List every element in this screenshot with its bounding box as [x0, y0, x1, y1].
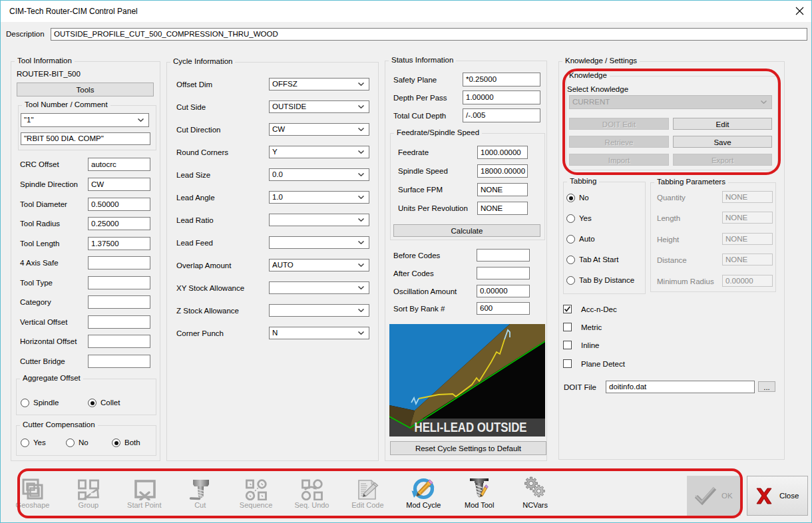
tool-field-input-1[interactable]: CW [88, 178, 150, 191]
toolbar-button-mod-cycle[interactable]: Mod Cycle [395, 476, 451, 514]
tabbing-tab-by-distance-radio[interactable] [566, 276, 575, 285]
metric-checkbox[interactable] [563, 323, 572, 331]
save-button[interactable]: Save [673, 136, 772, 148]
doit-edit-button[interactable]: DOIT Edit [569, 118, 669, 130]
acc-n-dec-checkbox[interactable] [563, 305, 572, 313]
doit-file-input[interactable]: doitinfo.dat [606, 381, 755, 393]
cycle-field-label-3: Round Corners [176, 148, 228, 157]
tool-field-input-5[interactable] [88, 256, 150, 269]
calculate-button[interactable]: Calculate [393, 224, 540, 237]
feedrate-field-input-2[interactable]: NONE [477, 183, 528, 196]
cycle-field-combo-1[interactable]: OUTSIDE [269, 100, 369, 113]
feedrate-field-input-1[interactable]: 18000.00000 [477, 164, 528, 178]
feedrate-field-input-3[interactable]: NONE [477, 202, 528, 215]
status-field-input-0[interactable]: *0.25000 [463, 73, 540, 87]
tool-field-input-3[interactable]: 0.25000 [88, 217, 150, 230]
status-field-input-1[interactable]: 1.00000 [463, 90, 540, 104]
cycle-field-combo-11[interactable]: N [269, 327, 369, 339]
close-button[interactable]: Close [747, 476, 808, 516]
cycle-field-combo-10[interactable] [269, 304, 369, 317]
toolbar-button-cut[interactable]: Cut [172, 476, 228, 514]
status2-field-input-0[interactable] [477, 249, 530, 262]
cycle-field-combo-8[interactable]: AUTO [269, 259, 369, 271]
cutter-compensation-group-title: Cutter Compensation [20, 421, 98, 429]
ok-button[interactable]: OK [687, 476, 741, 516]
toolbar-label-geoshape: Geoshape [5, 501, 61, 509]
toolbar-button-sequence[interactable]: Sequence [228, 476, 284, 514]
select-knowledge-combo[interactable]: CURRENT [569, 95, 772, 109]
status2-field-input-3[interactable]: 600 [477, 302, 530, 315]
tabbing-tab-at-start-radio[interactable] [566, 256, 575, 264]
compensation-no-radio[interactable] [66, 438, 75, 447]
doit-browse-button[interactable]: ... [758, 381, 775, 392]
retrieve-button[interactable]: Retrieve [569, 136, 669, 148]
window-close-icon[interactable] [795, 7, 805, 16]
status2-field-input-2[interactable]: 0.00000 [477, 285, 530, 297]
compensation-yes-radio[interactable] [21, 438, 29, 447]
tools-button[interactable]: Tools [17, 83, 154, 96]
description-input[interactable]: OUTSIDE_PROFILE_CUT_500_COMPRESSION_THRU… [51, 28, 807, 41]
tool-field-input-10[interactable] [88, 355, 150, 368]
toolbar-button-mod-tool[interactable]: Mod Tool [451, 476, 507, 514]
chevron-down-icon [761, 100, 767, 104]
tool-field-input-4[interactable]: 1.37500 [88, 237, 150, 250]
chevron-down-icon [358, 83, 364, 86]
status2-field-input-1[interactable] [477, 267, 530, 279]
cycle-field-combo-2[interactable]: CW [269, 123, 369, 136]
tool-field-input-9[interactable] [88, 335, 150, 348]
toolbar-button-start-point[interactable]: Start Point [116, 476, 172, 514]
cycle-field-combo-5[interactable]: 1.0 [269, 191, 369, 204]
tool-number-combo[interactable]: "1" [21, 113, 149, 127]
tabbing-param-input-0[interactable]: NONE [722, 191, 773, 203]
inline-checkbox[interactable] [563, 341, 572, 349]
toolbar-label-sequence: Sequence [228, 501, 284, 509]
tool-field-input-2[interactable]: 0.50000 [88, 198, 150, 211]
toolbar-button-ncvars[interactable]: NCVars [507, 476, 563, 514]
tabbing-param-input-1[interactable]: NONE [722, 212, 773, 224]
tabbing-auto-radio[interactable] [566, 235, 575, 244]
toolbar-button-edit-code[interactable]: Edit Code [339, 476, 395, 514]
cycle-field-combo-3[interactable]: Y [269, 146, 369, 158]
chevron-down-icon [358, 196, 364, 199]
toolbar-button-group[interactable]: Group [61, 476, 116, 514]
tool-field-input-6[interactable] [88, 276, 150, 289]
compensation-yes-radio-label: Yes [33, 438, 46, 447]
cycle-preview-image: HELI-LEAD OUTSIDE [389, 324, 545, 436]
aggregate-collet-radio[interactable] [88, 399, 97, 407]
cycle-field-combo-0[interactable]: OFFSZ [269, 78, 369, 90]
cycle-field-label-10: Z Stock Allowance [176, 306, 239, 315]
tool-name: ROUTER-BIT_500 [17, 69, 81, 79]
export-button[interactable]: Export [673, 154, 772, 166]
tool-field-label-1: Spindle Direction [20, 180, 78, 189]
tabbing-param-input-2[interactable]: NONE [722, 233, 773, 245]
reset-cycle-button[interactable]: Reset Cycle Settings to Default [390, 441, 546, 455]
feedrate-field-input-0[interactable]: 1000.00000 [477, 146, 528, 159]
toolbar-label-start-point: Start Point [116, 501, 172, 509]
import-button[interactable]: Import [569, 154, 669, 166]
toolbar-button-seq-undo[interactable]: Seq. Undo [284, 476, 340, 514]
tool-field-input-0[interactable]: autocrc [88, 158, 150, 171]
tool-field-input-8[interactable] [88, 315, 150, 329]
tool-field-label-5: 4 Axis Safe [20, 258, 59, 267]
tabbing-yes-radio[interactable] [566, 214, 575, 223]
tabbing-no-radio[interactable] [566, 194, 575, 202]
aggregate-offset-group: Aggregate Offset [16, 379, 156, 415]
aggregate-spindle-radio[interactable] [21, 399, 29, 407]
tool-field-input-7[interactable] [88, 295, 150, 309]
cycle-field-combo-9[interactable] [269, 281, 369, 294]
plane-detect-checkbox[interactable] [563, 359, 572, 368]
edit-button[interactable]: Edit [673, 118, 772, 130]
tabbing-param-input-4[interactable]: 0.00000 [722, 275, 773, 287]
chevron-down-icon [358, 241, 364, 244]
tabbing-param-label-1: Length [657, 214, 680, 223]
cycle-field-combo-4[interactable]: 0.0 [269, 168, 369, 181]
tabbing-parameters-group-title: Tabbing Parameters [654, 178, 728, 186]
cycle-field-combo-6[interactable] [269, 214, 369, 226]
cycle-field-combo-7[interactable] [269, 236, 369, 249]
tool-comment-input[interactable]: "RBIT 500 DIA. COMP" [21, 132, 150, 145]
chevron-down-icon [358, 286, 364, 289]
toolbar-button-geoshape[interactable]: Geoshape [5, 476, 61, 514]
tabbing-param-input-3[interactable]: NONE [722, 254, 773, 265]
status-field-input-2[interactable]: /-.005 [463, 108, 540, 122]
compensation-both-radio[interactable] [112, 438, 120, 447]
